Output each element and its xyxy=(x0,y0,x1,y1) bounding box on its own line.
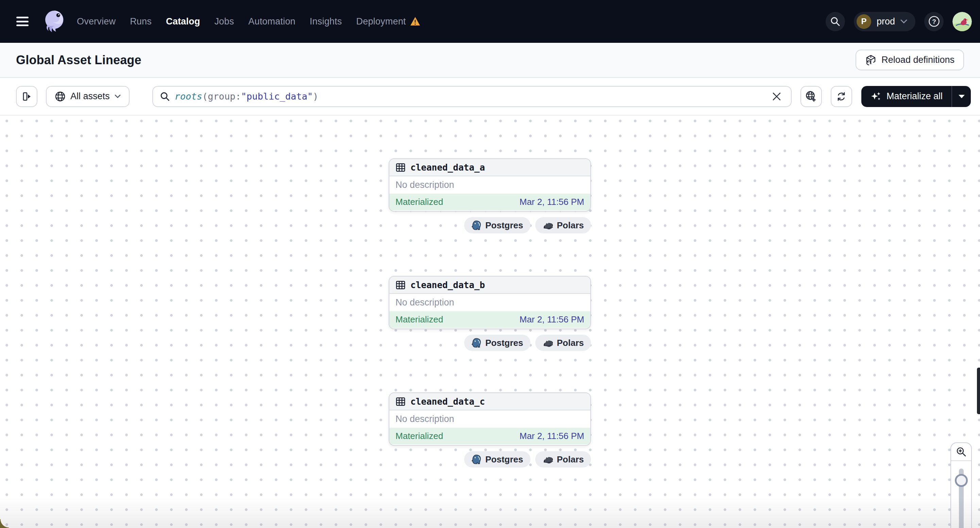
asset-tag-row: Postgres Polars xyxy=(389,217,591,233)
table-icon xyxy=(395,280,406,290)
tag-postgres[interactable]: Postgres xyxy=(464,217,530,233)
tag-label: Polars xyxy=(557,454,584,465)
asset-node-header: cleaned_data_a xyxy=(389,159,590,176)
materialization-status: Materialized xyxy=(396,431,443,441)
materialization-timestamp[interactable]: Mar 2, 11:56 PM xyxy=(520,314,584,325)
asset-selection-input[interactable]: roots(group:"public_data") xyxy=(152,86,792,107)
table-icon xyxy=(395,396,406,407)
warning-icon xyxy=(410,17,420,26)
zoom-in-button[interactable] xyxy=(951,443,971,461)
zoom-in-icon xyxy=(956,446,967,457)
help-button[interactable]: ? xyxy=(924,12,943,31)
materialize-all-button[interactable]: Materialize all xyxy=(861,86,951,107)
asset-node-group: cleaned_data_a No description Materializ… xyxy=(389,159,591,233)
nav-item-jobs[interactable]: Jobs xyxy=(214,16,234,27)
chevron-down-icon xyxy=(900,19,907,24)
nav-item-automation[interactable]: Automation xyxy=(248,16,296,27)
user-avatar[interactable] xyxy=(953,12,972,31)
globe-icon xyxy=(55,91,66,102)
tag-label: Postgres xyxy=(485,454,523,465)
materialization-status: Materialized xyxy=(396,197,443,207)
asset-node-group: cleaned_data_c No description Materializ… xyxy=(389,392,591,468)
materialize-options-button[interactable] xyxy=(951,86,971,107)
asset-node-group: cleaned_data_b No description Materializ… xyxy=(389,276,591,351)
polars-icon xyxy=(542,339,553,347)
asset-node[interactable]: cleaned_data_c No description Materializ… xyxy=(389,392,591,446)
reload-cube-icon xyxy=(865,54,877,66)
deployment-initial-badge: P xyxy=(857,14,871,29)
dagster-app: Overview Runs Catalog Jobs Automation In… xyxy=(0,0,980,528)
top-navbar: Overview Runs Catalog Jobs Automation In… xyxy=(0,0,980,43)
asset-description: No description xyxy=(389,176,590,193)
tag-postgres[interactable]: Postgres xyxy=(464,335,530,351)
zoom-slider-thumb[interactable] xyxy=(955,474,968,487)
postgres-icon xyxy=(471,220,482,230)
asset-node[interactable]: cleaned_data_b No description Materializ… xyxy=(389,276,591,329)
asset-status-row: Materialized Mar 2, 11:56 PM xyxy=(389,193,590,210)
search-icon xyxy=(160,91,170,101)
nav-item-overview[interactable]: Overview xyxy=(77,16,116,27)
chevron-down-icon xyxy=(115,94,121,98)
tag-label: Polars xyxy=(557,220,584,231)
tag-postgres[interactable]: Postgres xyxy=(464,451,530,468)
globe-plus-icon xyxy=(805,90,817,103)
nav-items: Overview Runs Catalog Jobs Automation In… xyxy=(77,16,420,27)
materialization-status: Materialized xyxy=(396,314,443,325)
tag-label: Postgres xyxy=(485,220,523,231)
lineage-canvas[interactable]: ⚙ cleaned_data_a No description Material… xyxy=(0,115,980,528)
lineage-toolbar: All assets roots(group:"public_data") xyxy=(0,78,980,115)
view-as-graph-button[interactable] xyxy=(800,86,822,107)
table-icon xyxy=(395,162,406,173)
deployment-name: prod xyxy=(877,16,895,27)
nav-item-deployment[interactable]: Deployment xyxy=(356,16,420,27)
materialization-timestamp[interactable]: Mar 2, 11:56 PM xyxy=(520,431,584,441)
close-icon xyxy=(772,92,781,101)
polars-icon xyxy=(542,455,553,463)
chevron-down-icon xyxy=(958,94,965,98)
asset-name: cleaned_data_a xyxy=(410,162,485,173)
asset-tag-row: Postgres Polars xyxy=(389,451,591,468)
refresh-button[interactable] xyxy=(831,86,852,107)
tag-label: Postgres xyxy=(485,338,523,348)
tag-polars[interactable]: Polars xyxy=(535,335,591,351)
postgres-icon xyxy=(471,338,482,348)
asset-scope-dropdown[interactable]: All assets xyxy=(46,86,130,107)
panel-expand-icon xyxy=(21,90,33,103)
tag-label: Polars xyxy=(557,338,584,348)
asset-node[interactable]: cleaned_data_a No description Materializ… xyxy=(389,159,591,212)
asset-name: cleaned_data_c xyxy=(410,396,485,407)
materialize-split-button: Materialize all xyxy=(861,86,971,107)
global-search-button[interactable] xyxy=(826,12,845,31)
nav-item-runs[interactable]: Runs xyxy=(130,16,152,27)
deployment-switcher[interactable]: P prod xyxy=(854,12,915,31)
zoom-slider[interactable] xyxy=(951,461,971,528)
nav-item-insights[interactable]: Insights xyxy=(310,16,342,27)
sparkles-icon xyxy=(870,91,882,102)
asset-description: No description xyxy=(389,411,590,428)
tag-polars[interactable]: Polars xyxy=(535,217,591,233)
asset-node-header: cleaned_data_c xyxy=(389,393,590,411)
page-title: Global Asset Lineage xyxy=(16,53,142,67)
zoom-control xyxy=(950,442,972,528)
scrollbar-thumb[interactable] xyxy=(977,368,980,414)
asset-description: No description xyxy=(389,294,590,311)
asset-node-header: cleaned_data_b xyxy=(389,277,590,294)
question-icon: ? xyxy=(928,16,940,27)
hamburger-menu-icon[interactable] xyxy=(16,17,29,26)
asset-status-row: Materialized Mar 2, 11:56 PM xyxy=(389,311,590,328)
asset-status-row: Materialized Mar 2, 11:56 PM xyxy=(389,428,590,444)
asset-selection-query: roots(group:"public_data") xyxy=(175,91,764,101)
refresh-icon xyxy=(835,91,847,102)
materialization-timestamp[interactable]: Mar 2, 11:56 PM xyxy=(520,197,584,207)
reload-definitions-button[interactable]: Reload definitions xyxy=(856,49,964,70)
window-corner-artifact xyxy=(0,519,9,528)
open-sidebar-button[interactable] xyxy=(16,86,37,107)
clear-query-button[interactable] xyxy=(769,89,784,104)
tag-polars[interactable]: Polars xyxy=(535,451,591,468)
search-icon xyxy=(830,16,840,27)
nav-item-catalog[interactable]: Catalog xyxy=(166,16,200,27)
page-header: Global Asset Lineage Reload definitions xyxy=(0,43,980,78)
polars-icon xyxy=(542,221,553,229)
dagster-logo-icon[interactable] xyxy=(40,8,67,35)
postgres-icon xyxy=(471,454,482,465)
